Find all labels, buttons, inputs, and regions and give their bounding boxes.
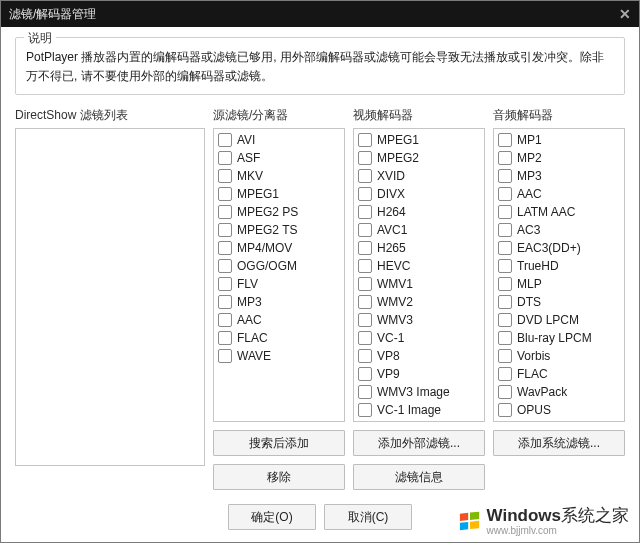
checkbox-icon[interactable] <box>218 349 232 363</box>
video-item[interactable]: VC-1 Image <box>358 401 480 419</box>
checkbox-icon[interactable] <box>358 241 372 255</box>
add-external-button[interactable]: 添加外部滤镜... <box>353 430 485 456</box>
video-item[interactable]: WMV2 <box>358 293 480 311</box>
video-item[interactable]: VC-1 <box>358 329 480 347</box>
source-item[interactable]: MKV <box>218 167 340 185</box>
video-item[interactable]: VP8 <box>358 347 480 365</box>
checkbox-icon[interactable] <box>218 331 232 345</box>
source-item[interactable]: AAC <box>218 311 340 329</box>
checkbox-icon[interactable] <box>358 385 372 399</box>
checkbox-icon[interactable] <box>218 313 232 327</box>
checkbox-icon[interactable] <box>218 223 232 237</box>
source-item[interactable]: MPEG2 TS <box>218 221 340 239</box>
checkbox-icon[interactable] <box>358 367 372 381</box>
close-icon[interactable]: ✕ <box>619 6 631 22</box>
checkbox-icon[interactable] <box>498 241 512 255</box>
video-item[interactable]: H265 <box>358 239 480 257</box>
audio-item[interactable]: Blu-ray LPCM <box>498 329 620 347</box>
audio-item[interactable]: DTS <box>498 293 620 311</box>
checkbox-icon[interactable] <box>358 349 372 363</box>
checkbox-icon[interactable] <box>358 205 372 219</box>
checkbox-icon[interactable] <box>358 403 372 417</box>
checkbox-icon[interactable] <box>358 295 372 309</box>
checkbox-icon[interactable] <box>498 403 512 417</box>
audio-item[interactable]: MP3 <box>498 167 620 185</box>
checkbox-icon[interactable] <box>358 169 372 183</box>
source-listbox[interactable]: AVIASFMKVMPEG1MPEG2 PSMPEG2 TSMP4/MOVOGG… <box>213 128 345 422</box>
audio-item[interactable]: AC3 <box>498 221 620 239</box>
source-item[interactable]: FLV <box>218 275 340 293</box>
audio-item[interactable]: DVD LPCM <box>498 311 620 329</box>
video-item[interactable]: XVID <box>358 167 480 185</box>
checkbox-icon[interactable] <box>218 151 232 165</box>
checkbox-icon[interactable] <box>358 259 372 273</box>
checkbox-icon[interactable] <box>218 169 232 183</box>
video-item[interactable]: H264 <box>358 203 480 221</box>
checkbox-icon[interactable] <box>358 313 372 327</box>
video-item[interactable]: HEVC <box>358 257 480 275</box>
checkbox-icon[interactable] <box>218 133 232 147</box>
checkbox-icon[interactable] <box>358 151 372 165</box>
checkbox-icon[interactable] <box>358 133 372 147</box>
add-system-button[interactable]: 添加系统滤镜... <box>493 430 625 456</box>
checkbox-icon[interactable] <box>218 295 232 309</box>
video-item[interactable]: AVC1 <box>358 221 480 239</box>
audio-item[interactable]: MLP <box>498 275 620 293</box>
cancel-button[interactable]: 取消(C) <box>324 504 412 530</box>
checkbox-icon[interactable] <box>358 187 372 201</box>
video-item[interactable]: WMV1 <box>358 275 480 293</box>
checkbox-icon[interactable] <box>498 385 512 399</box>
audio-listbox[interactable]: MP1MP2MP3AACLATM AACAC3EAC3(DD+)TrueHDML… <box>493 128 625 422</box>
remove-button[interactable]: 移除 <box>213 464 345 490</box>
audio-item[interactable]: LATM AAC <box>498 203 620 221</box>
audio-item[interactable]: FLAC <box>498 365 620 383</box>
video-item[interactable]: MPEG2 <box>358 149 480 167</box>
checkbox-icon[interactable] <box>358 331 372 345</box>
source-item[interactable]: MPEG2 PS <box>218 203 340 221</box>
ok-button[interactable]: 确定(O) <box>228 504 316 530</box>
checkbox-icon[interactable] <box>498 277 512 291</box>
checkbox-icon[interactable] <box>498 295 512 309</box>
checkbox-icon[interactable] <box>498 349 512 363</box>
audio-item[interactable]: WavPack <box>498 383 620 401</box>
audio-item[interactable]: TrueHD <box>498 257 620 275</box>
checkbox-icon[interactable] <box>218 187 232 201</box>
checkbox-icon[interactable] <box>498 187 512 201</box>
video-item[interactable]: DIVX <box>358 185 480 203</box>
checkbox-icon[interactable] <box>498 367 512 381</box>
search-add-button[interactable]: 搜索后添加 <box>213 430 345 456</box>
checkbox-icon[interactable] <box>218 259 232 273</box>
video-item[interactable]: MPEG1 <box>358 131 480 149</box>
audio-item[interactable]: MP1 <box>498 131 620 149</box>
checkbox-icon[interactable] <box>498 223 512 237</box>
checkbox-icon[interactable] <box>498 205 512 219</box>
source-item[interactable]: AVI <box>218 131 340 149</box>
checkbox-icon[interactable] <box>498 331 512 345</box>
checkbox-icon[interactable] <box>498 169 512 183</box>
source-item[interactable]: MPEG1 <box>218 185 340 203</box>
source-item[interactable]: MP3 <box>218 293 340 311</box>
checkbox-icon[interactable] <box>358 277 372 291</box>
source-item[interactable]: ASF <box>218 149 340 167</box>
checkbox-icon[interactable] <box>218 205 232 219</box>
audio-item[interactable]: AAC <box>498 185 620 203</box>
video-item[interactable]: WMV3 Image <box>358 383 480 401</box>
checkbox-icon[interactable] <box>218 241 232 255</box>
checkbox-icon[interactable] <box>498 259 512 273</box>
audio-item[interactable]: OPUS <box>498 401 620 419</box>
audio-item[interactable]: Vorbis <box>498 347 620 365</box>
directshow-listbox[interactable] <box>15 128 205 466</box>
source-item[interactable]: FLAC <box>218 329 340 347</box>
checkbox-icon[interactable] <box>218 277 232 291</box>
video-listbox[interactable]: MPEG1MPEG2XVIDDIVXH264AVC1H265HEVCWMV1WM… <box>353 128 485 422</box>
audio-item[interactable]: EAC3(DD+) <box>498 239 620 257</box>
audio-item[interactable]: MP2 <box>498 149 620 167</box>
video-item[interactable]: VP9 <box>358 365 480 383</box>
source-item[interactable]: MP4/MOV <box>218 239 340 257</box>
checkbox-icon[interactable] <box>498 313 512 327</box>
filter-info-button[interactable]: 滤镜信息 <box>353 464 485 490</box>
checkbox-icon[interactable] <box>358 223 372 237</box>
source-item[interactable]: WAVE <box>218 347 340 365</box>
source-item[interactable]: OGG/OGM <box>218 257 340 275</box>
checkbox-icon[interactable] <box>498 133 512 147</box>
